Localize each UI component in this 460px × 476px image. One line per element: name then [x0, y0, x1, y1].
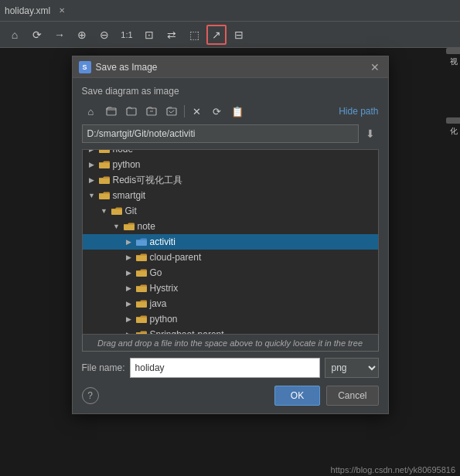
tree-arrow-icon: ▶	[123, 265, 135, 280]
dialog-body: Save diagram as image ⌂	[73, 78, 388, 413]
tree-item-label: smartgit	[113, 190, 146, 201]
filename-label: File name:	[82, 362, 125, 373]
tree-item[interactable]: ▼ smartgit	[83, 188, 378, 203]
tree-item[interactable]: ▼ Git	[83, 203, 378, 219]
file-toolbar-refresh-btn[interactable]: ⟳	[208, 103, 227, 120]
tree-item-label: python	[113, 159, 141, 170]
dialog-icon: S	[79, 61, 91, 73]
tree-item-label: Springboot-parent	[150, 329, 224, 335]
tree-arrow-icon: ▶	[123, 327, 135, 335]
tree-arrow-icon: ▶	[123, 296, 135, 311]
toolbar-home-btn[interactable]: ⌂	[5, 25, 25, 45]
buttons-row: ? OK Cancel	[82, 386, 379, 406]
toolbar-print-btn[interactable]: ⊟	[229, 25, 249, 45]
tree-item[interactable]: ▶ Redis可视化工具	[83, 172, 378, 188]
format-select[interactable]: pngjpgsvgpdf	[325, 358, 379, 378]
cancel-button[interactable]: Cancel	[326, 386, 378, 406]
filename-input[interactable]	[130, 358, 320, 378]
file-toolbar-folder2-btn[interactable]	[142, 103, 161, 120]
toolbar-zoom-out-btn[interactable]: ⊖	[94, 25, 114, 45]
tab-filename: holiday.xml	[5, 5, 50, 16]
tree-item-label: cloud-parent	[150, 252, 202, 263]
dialog-close-btn[interactable]: ✕	[368, 60, 382, 74]
folder-icon	[111, 206, 123, 216]
dialog-subtitle: Save diagram as image	[82, 86, 379, 97]
toolbar-flip-btn[interactable]: ⇄	[162, 25, 182, 45]
main-toolbar: ⌂ ⟳ → ⊕ ⊖ 1:1 ⊡ ⇄ ⬚ ↗ ⊟	[0, 22, 460, 48]
save-as-image-dialog: S Save as Image ✕ Save diagram as image …	[72, 56, 389, 414]
svg-rect-8	[99, 178, 110, 184]
toolbar-page-btn[interactable]: ⬚	[184, 25, 204, 45]
right-sidebar: 视 化	[446, 48, 460, 434]
folder-icon	[135, 298, 148, 309]
sidebar-tab-1[interactable]: 视	[446, 48, 460, 54]
tree-item[interactable]: ▶ java	[83, 296, 378, 311]
file-toolbar-folder3-btn[interactable]	[162, 103, 181, 120]
hide-path-link[interactable]: Hide path	[339, 106, 378, 117]
svg-rect-17	[136, 317, 147, 323]
folder-icon	[123, 221, 135, 232]
file-toolbar-new-folder-btn[interactable]	[102, 103, 121, 120]
svg-rect-6	[99, 149, 110, 153]
tree-arrow-icon: ▼	[111, 219, 123, 234]
svg-rect-11	[124, 224, 135, 230]
folder-icon	[135, 252, 148, 263]
tree-item-label: python	[150, 314, 178, 325]
tree-item-label: node	[113, 149, 134, 155]
sidebar-tab-2[interactable]: 化	[446, 117, 460, 124]
tree-arrow-icon: ▶	[123, 234, 135, 250]
tree-item[interactable]: ▶ node	[83, 149, 378, 157]
toolbar-zoom-in-btn[interactable]: ⊕	[72, 25, 92, 45]
svg-rect-14	[136, 270, 147, 277]
svg-rect-12	[136, 240, 147, 246]
ok-button[interactable]: OK	[274, 386, 320, 406]
tree-arrow-icon: ▼	[86, 188, 98, 203]
tree-item-label: Go	[150, 267, 162, 278]
toolbar-fit-btn[interactable]: 1:1	[117, 25, 137, 45]
path-input-row: ⬇	[82, 124, 379, 143]
file-tree[interactable]: ▶ NaviCat Premium▶ Nginx▶ node▶ python▶ …	[82, 149, 379, 335]
dialog-overlay: S Save as Image ✕ Save diagram as image …	[0, 48, 460, 476]
tree-item-label: java	[150, 298, 167, 309]
tree-item[interactable]: ▶ python	[83, 311, 378, 327]
svg-rect-0	[107, 108, 116, 115]
download-icon[interactable]: ⬇	[362, 125, 379, 142]
tree-item[interactable]: ▶ cloud-parent	[83, 250, 378, 265]
tree-item-label: Git	[125, 206, 137, 216]
toolbar-export-btn[interactable]: ↗	[206, 25, 227, 45]
tree-item[interactable]: ▶ Go	[83, 265, 378, 280]
tree-arrow-icon: ▶	[123, 311, 135, 327]
path-input[interactable]	[82, 124, 359, 143]
tree-item[interactable]: ▶ python	[83, 157, 378, 172]
tree-item[interactable]: ▼ note	[83, 219, 378, 234]
tree-arrow-icon: ▶	[123, 280, 135, 296]
drag-hint: Drag and drop a file into the space abov…	[82, 335, 379, 352]
toolbar-refresh-btn[interactable]: ⟳	[27, 25, 47, 45]
tree-item-label: Hystrix	[150, 283, 179, 294]
tab-close-btn[interactable]: ✕	[56, 5, 67, 16]
top-bar: holiday.xml ✕	[0, 0, 460, 22]
file-toolbar-clipboard-btn[interactable]: 📋	[228, 103, 247, 120]
svg-rect-13	[136, 255, 147, 261]
folder-icon	[98, 175, 111, 185]
file-toolbar-home-btn[interactable]: ⌂	[82, 103, 101, 120]
folder-icon	[98, 149, 111, 155]
filename-row: File name: pngjpgsvgpdf	[82, 358, 379, 378]
file-toolbar-open-btn[interactable]	[122, 103, 141, 120]
tree-item[interactable]: ▶ Springboot-parent	[83, 327, 378, 335]
tree-arrow-icon: ▶	[86, 157, 98, 172]
toolbar-arrow-btn[interactable]: →	[49, 25, 70, 45]
tree-item[interactable]: ▶ Hystrix	[83, 280, 378, 296]
help-button[interactable]: ?	[82, 387, 99, 404]
toolbar-fit-all-btn[interactable]: ⊡	[139, 25, 159, 45]
file-toolbar-delete-btn[interactable]: ✕	[188, 103, 206, 120]
svg-rect-7	[99, 162, 110, 168]
svg-rect-10	[111, 209, 122, 215]
tree-item[interactable]: ▶ activiti	[83, 234, 378, 250]
svg-rect-9	[99, 193, 110, 199]
folder-icon	[135, 283, 148, 294]
tree-item-label: activiti	[150, 236, 175, 247]
folder-icon	[98, 190, 111, 201]
tree-item-label: Redis可视化工具	[113, 174, 183, 187]
file-toolbar: ⌂	[82, 103, 379, 120]
